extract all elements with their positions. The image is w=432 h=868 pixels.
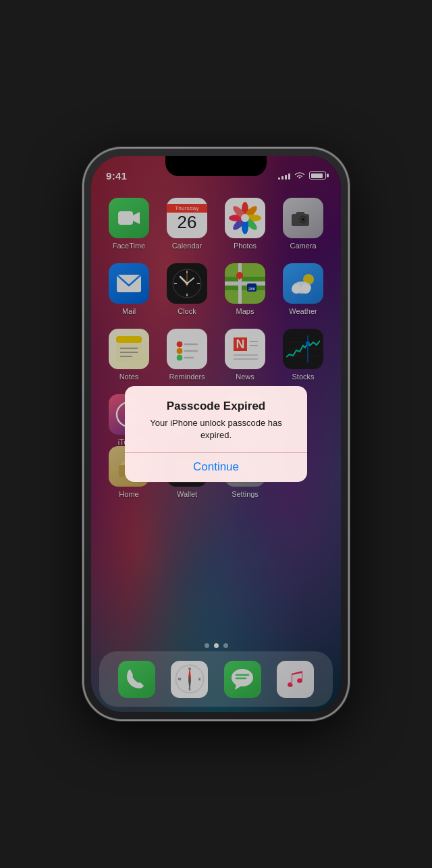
alert-title: Passcode Expired	[136, 400, 296, 413]
alert-continue-button[interactable]: Continue	[125, 452, 307, 482]
alert-message: Your iPhone unlock passcode has expired.	[136, 417, 296, 441]
phone-device: 9:41	[84, 149, 348, 719]
alert-content: Passcode Expired Your iPhone unlock pass…	[125, 386, 307, 452]
alert-dialog: Passcode Expired Your iPhone unlock pass…	[125, 386, 307, 483]
alert-overlay: Passcode Expired Your iPhone unlock pass…	[91, 156, 341, 712]
